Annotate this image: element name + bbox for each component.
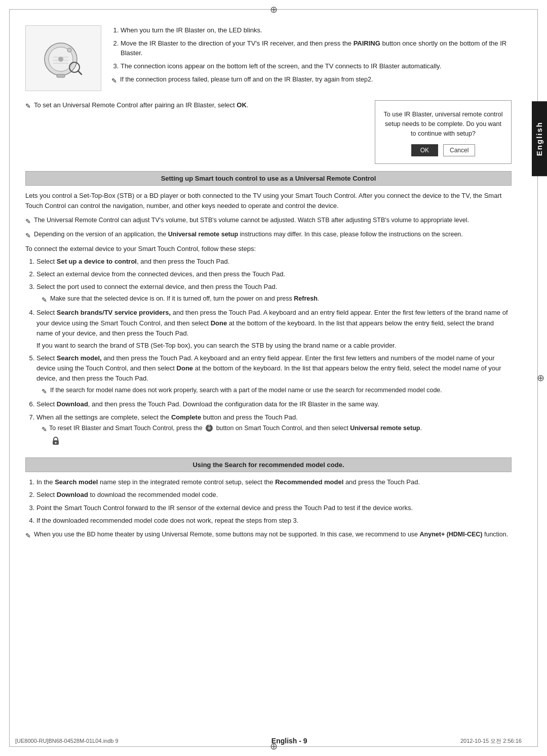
svg-point-2: [58, 57, 63, 62]
footer-center: English - 9: [271, 737, 307, 745]
section2-step-2: Select Download to download the recommen…: [36, 490, 512, 500]
pencil-icon-7: [42, 424, 47, 435]
section1-step-6: Select Download, and then press the Touc…: [36, 399, 512, 409]
done-bold-5: Done: [177, 364, 193, 372]
section1-step-7: When all the settings are complete, sele…: [36, 412, 512, 449]
step4-bold: Search brands/TV service providers,: [57, 309, 171, 316]
download-bold-2: Download: [57, 491, 88, 498]
dialog-box: To use IR Blaster, universal remote cont…: [375, 100, 512, 164]
section1-steps: Select Set up a device to control, and t…: [25, 257, 512, 448]
top-note-text: To set an Universal Remote Control after…: [34, 100, 248, 110]
ir-note-line: If the connection process failed, please…: [111, 75, 512, 86]
section1-header: Setting up Smart touch control to use as…: [25, 171, 512, 186]
dialog-buttons[interactable]: OK Cancel: [383, 144, 503, 156]
top-compass-icon: ⊕: [270, 4, 278, 15]
ir-step-2: Move the IR Blaster to the direction of …: [121, 38, 512, 58]
section1-connect-intro: To connect the external device to your S…: [25, 244, 512, 254]
ir-steps-numbered: When you turn the IR Blaster on, the LED…: [111, 25, 512, 71]
section2-header: Using the Search for recommended model c…: [25, 457, 512, 472]
step3-subnote: Make sure that the selected device is on…: [36, 294, 512, 305]
pencil-icon-6: [42, 386, 47, 397]
section1-step-2: Select an external device from the conne…: [36, 269, 512, 279]
section1-step-5: Select Search model, and then press the …: [36, 353, 512, 397]
pencil-icon-5: [42, 295, 47, 305]
lock-icon-row: [51, 436, 512, 449]
steps-list: When you turn the IR Blaster on, the LED…: [111, 25, 512, 86]
ir-step-1: When you turn the IR Blaster on, the LED…: [121, 25, 512, 35]
pencil-icon-8: [25, 530, 31, 541]
pencil-icon-4: [25, 230, 31, 241]
pencil-icon-3: [25, 216, 31, 227]
step5-bold: Search model,: [57, 354, 102, 362]
ir-blaster-image: [25, 25, 101, 91]
refresh-bold: Refresh: [294, 295, 318, 302]
svg-rect-4: [57, 74, 65, 77]
step7-reset-text: To reset IR Blaster and Smart Touch Cont…: [49, 424, 422, 433]
section1-step-4: Select Search brands/TV service provider…: [36, 308, 512, 351]
step5-subnote: If the search for model name does not wo…: [36, 386, 512, 397]
main-content: When you turn the IR Blaster on, the LED…: [15, 15, 522, 731]
step4-extra: If you want to search the brand of STB (…: [36, 341, 512, 351]
step5-subnote-text: If the search for model name does not wo…: [50, 386, 442, 395]
svg-point-14: [55, 442, 57, 443]
step6-bold: Download: [57, 400, 88, 408]
universal-remote-bold: Universal remote setup: [168, 231, 238, 238]
top-note: To set an Universal Remote Control after…: [25, 100, 365, 111]
universal-remote-setup-bold: Universal remote setup: [350, 425, 420, 432]
english-tab: English: [532, 101, 547, 176]
section2-step-4: If the downloaded recommended model code…: [36, 516, 512, 526]
section2-steps: In the Search model name step in the int…: [25, 477, 512, 526]
svg-point-3: [67, 48, 71, 52]
footer-right: 2012-10-15 오전 2:56:16: [460, 737, 522, 745]
right-compass-icon: ⊕: [537, 372, 544, 384]
top-section: When you turn the IR Blaster on, the LED…: [25, 25, 512, 91]
dialog-cancel-button[interactable]: Cancel: [443, 144, 475, 156]
pairing-bold: PAIRING: [354, 39, 380, 47]
pencil-icon-2: [25, 101, 31, 111]
step7-reset-note: To reset IR Blaster and Smart Touch Cont…: [36, 424, 512, 435]
section1-note2: Depending on the version of an applicati…: [25, 230, 512, 241]
dialog-section: To use IR Blaster, universal remote cont…: [25, 100, 512, 169]
section1-note2-text: Depending on the version of an applicati…: [34, 230, 463, 239]
search-model-bold: Search model: [55, 478, 98, 486]
smart-touch-icon: [205, 424, 213, 432]
section1-note1: The Universal Remote Control can adjust …: [25, 216, 512, 227]
section1-note1-text: The Universal Remote Control can adjust …: [34, 216, 469, 225]
anynet-bold: Anynet+ (HDMI-CEC): [420, 531, 483, 538]
svg-line-6: [78, 71, 82, 74]
ok-bold: OK: [237, 101, 247, 109]
section1-intro: Lets you control a Set-Top-Box (STB) or …: [25, 191, 512, 211]
section2-step-1: In the Search model name step in the int…: [36, 477, 512, 487]
lock-icon: [51, 436, 61, 446]
step7-bold: Complete: [171, 413, 201, 421]
ir-note-text: If the connection process failed, please…: [120, 75, 373, 85]
svg-point-11: [208, 427, 211, 430]
pencil-icon: [111, 75, 117, 86]
step3-subnote-text: Make sure that the selected device is on…: [50, 294, 319, 304]
done-bold-4: Done: [211, 319, 227, 327]
section2-note: When you use the BD home theater by usin…: [25, 530, 512, 541]
footer-left: [UE8000-RU]BN68-04528M-01L04.indb 9: [15, 738, 119, 744]
section1-step-1: Select Set up a device to control, and t…: [36, 257, 512, 267]
section1-step-3: Select the port used to connect the exte…: [36, 282, 512, 305]
page-footer: [UE8000-RU]BN68-04528M-01L04.indb 9 Engl…: [15, 737, 522, 745]
page-border-left: [9, 9, 10, 747]
dialog-text: To use IR Blaster, universal remote cont…: [383, 110, 503, 138]
section2-note-text: When you use the BD home theater by usin…: [34, 530, 508, 539]
ir-step-3: The connection icons appear on the botto…: [121, 61, 512, 71]
section2-step-3: Point the Smart Touch Control forward to…: [36, 503, 512, 513]
step1-bold: Set up a device to control: [57, 258, 137, 265]
dialog-ok-button[interactable]: OK: [411, 144, 438, 156]
recommended-model-bold: Recommended model: [275, 478, 343, 486]
